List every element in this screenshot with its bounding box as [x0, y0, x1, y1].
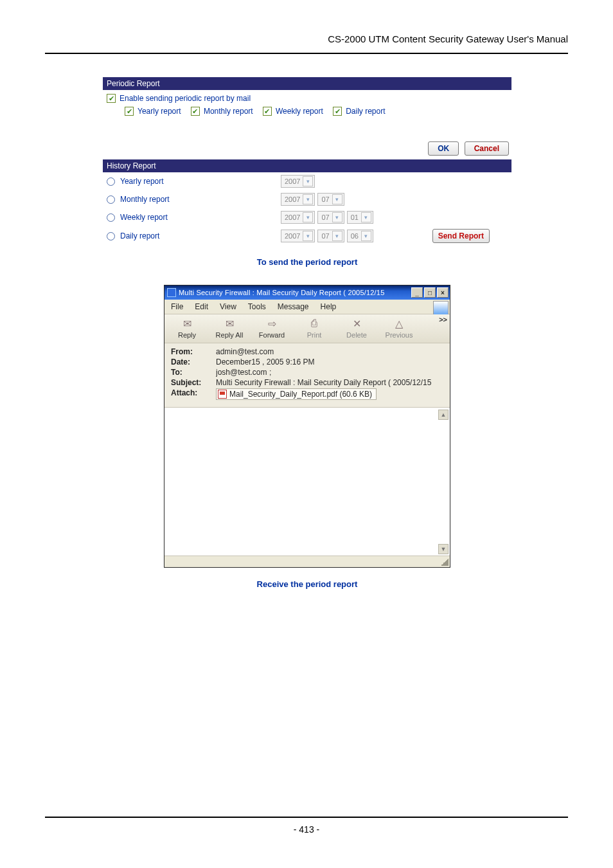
attach-label: Attach: — [171, 388, 216, 401]
ok-cancel-row: OK Cancel — [103, 141, 511, 156]
date-label: Date: — [171, 357, 216, 366]
periodic-report-body: ✔ Enable sending periodic report by mail… — [103, 90, 511, 126]
mail-body[interactable]: ▲ ▼ — [164, 408, 450, 556]
yearly-year-select[interactable]: 2007▾ — [281, 175, 315, 188]
chevron-down-icon: ▾ — [332, 231, 342, 241]
mail-window: Multi Security Firewall : Mail Security … — [164, 285, 450, 568]
monthly-label: Monthly report — [204, 107, 253, 116]
yearly-label: Yearly report — [138, 107, 181, 116]
app-logo-icon — [433, 301, 449, 315]
from-value: admin@test.com — [216, 347, 443, 356]
history-weekly-row: Weekly report 2007▾ 07▾ 01▾ — [103, 208, 511, 226]
chevron-down-icon: ▾ — [303, 231, 313, 241]
maximize-button[interactable]: □ — [424, 287, 436, 298]
enable-periodic-checkbox[interactable]: ✔ — [107, 94, 116, 103]
forward-icon: ⇨ — [264, 317, 280, 330]
menu-file[interactable]: File — [171, 302, 183, 311]
history-yearly-label: Yearly report — [120, 177, 281, 186]
chevron-down-icon: ▾ — [361, 231, 371, 241]
print-icon: ⎙ — [306, 317, 322, 330]
mail-titlebar[interactable]: Multi Security Firewall : Mail Security … — [164, 285, 450, 300]
caption-send: To send the period report — [103, 257, 511, 267]
history-daily-row: Daily report 2007▾ 07▾ 06▾ Send Report — [103, 226, 511, 246]
mail-status-bar — [164, 556, 450, 567]
weekly-week-select[interactable]: 01▾ — [347, 211, 373, 224]
previous-button[interactable]: △ Previous — [378, 316, 420, 340]
scroll-up-button[interactable]: ▲ — [438, 410, 449, 420]
menu-edit[interactable]: Edit — [195, 302, 208, 311]
to-value: josh@test.com ; — [216, 368, 443, 377]
weekly-month-select[interactable]: 07▾ — [317, 211, 344, 224]
to-label: To: — [171, 368, 216, 377]
daily-day-select[interactable]: 06▾ — [347, 230, 373, 242]
scroll-down-button[interactable]: ▼ — [438, 544, 449, 554]
delete-button[interactable]: ✕ Delete — [335, 316, 378, 340]
close-button[interactable]: × — [437, 287, 449, 298]
menu-message[interactable]: Message — [278, 302, 309, 311]
chevron-down-icon: ▾ — [332, 212, 342, 222]
history-monthly-row: Monthly report 2007▾ 07▾ — [103, 190, 511, 208]
menu-tools[interactable]: Tools — [248, 302, 266, 311]
mail-title: Multi Security Firewall : Mail Security … — [179, 289, 411, 296]
weekly-radio[interactable] — [107, 213, 115, 222]
daily-year-select[interactable]: 2007▾ — [281, 230, 315, 242]
page-footer: - 413 - — [0, 824, 613, 835]
history-yearly-row: Yearly report 2007▾ — [103, 172, 511, 190]
page-header: CS-2000 UTM Content Security Gateway Use… — [0, 33, 613, 51]
weekly-label: Weekly report — [276, 107, 323, 116]
history-weekly-label: Weekly report — [120, 213, 281, 222]
ok-button[interactable]: OK — [428, 141, 459, 156]
chevron-down-icon: ▾ — [303, 194, 313, 204]
reply-button[interactable]: ✉ Reply — [166, 316, 208, 340]
history-daily-label: Daily report — [120, 231, 281, 240]
forward-button[interactable]: ⇨ Forward — [251, 316, 293, 340]
history-report-body: Yearly report 2007▾ Monthly report 2007▾… — [103, 172, 511, 246]
menu-help[interactable]: Help — [321, 302, 337, 311]
monthly-checkbox[interactable]: ✔ — [191, 107, 200, 116]
minimize-button[interactable]: _ — [411, 287, 423, 298]
yearly-radio[interactable] — [107, 177, 115, 186]
mail-toolbar: ✉ Reply ✉ Reply All ⇨ Forward ⎙ Print ✕ — [164, 314, 450, 343]
monthly-year-select[interactable]: 2007▾ — [281, 193, 315, 206]
header-rule — [45, 53, 568, 54]
content-area: Periodic Report ✔ Enable sending periodi… — [103, 77, 511, 607]
cancel-button[interactable]: Cancel — [465, 141, 509, 156]
monthly-radio[interactable] — [107, 195, 115, 204]
weekly-year-select[interactable]: 2007▾ — [281, 211, 315, 224]
previous-icon: △ — [391, 317, 407, 330]
mail-menu-bar: File Edit View Tools Message Help — [164, 300, 450, 314]
chevron-down-icon: ▾ — [303, 176, 313, 186]
daily-month-select[interactable]: 07▾ — [317, 230, 344, 242]
daily-checkbox[interactable]: ✔ — [333, 107, 342, 116]
chevron-down-icon: ▾ — [332, 194, 342, 204]
attachment-name: Mail_Security_Daily_Report.pdf (60.6 KB) — [229, 390, 372, 399]
subject-label: Subject: — [171, 378, 216, 387]
pdf-icon — [218, 390, 227, 399]
reply-all-button[interactable]: ✉ Reply All — [208, 316, 251, 340]
mail-app-icon — [167, 288, 176, 297]
history-report-header: History Report — [103, 159, 511, 172]
print-button[interactable]: ⎙ Print — [293, 316, 335, 340]
chevron-down-icon: ▾ — [361, 212, 371, 222]
caption-receive: Receive the period report — [103, 579, 511, 589]
date-value: December15 , 2005 9:16 PM — [216, 357, 443, 366]
chevron-down-icon: ▾ — [303, 212, 313, 222]
reply-icon: ✉ — [179, 317, 195, 330]
resize-grip-icon[interactable] — [441, 558, 449, 566]
monthly-month-select[interactable]: 07▾ — [317, 193, 344, 206]
toolbar-expand-button[interactable]: >> — [439, 316, 447, 323]
from-label: From: — [171, 347, 216, 356]
enable-periodic-label: Enable sending periodic report by mail — [120, 94, 251, 103]
send-report-button[interactable]: Send Report — [432, 229, 490, 243]
footer-rule — [45, 817, 568, 818]
periodic-report-header: Periodic Report — [103, 77, 511, 90]
daily-label: Daily report — [346, 107, 385, 116]
menu-view[interactable]: View — [220, 302, 236, 311]
attachment-chip[interactable]: Mail_Security_Daily_Report.pdf (60.6 KB) — [216, 388, 377, 400]
delete-icon: ✕ — [349, 317, 364, 330]
history-monthly-label: Monthly report — [120, 195, 281, 204]
subject-value: Multi Security Firewall : Mail Security … — [216, 378, 443, 387]
weekly-checkbox[interactable]: ✔ — [263, 107, 272, 116]
yearly-checkbox[interactable]: ✔ — [125, 107, 134, 116]
daily-radio[interactable] — [107, 232, 115, 240]
